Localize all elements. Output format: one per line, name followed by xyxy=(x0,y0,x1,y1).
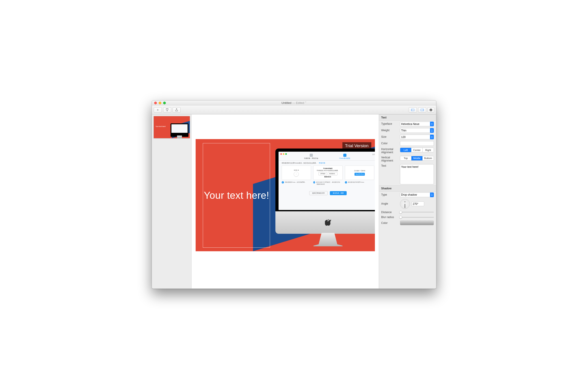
maximize-icon[interactable] xyxy=(163,102,166,104)
shadow-type-select[interactable]: Drop shadow ▲▼ xyxy=(400,193,434,197)
section-shadow: Shadow xyxy=(379,185,436,192)
svg-rect-1 xyxy=(411,109,412,111)
slide-thumbnail[interactable]: Your text here! xyxy=(153,116,190,138)
close-icon[interactable] xyxy=(154,102,157,104)
size-select[interactable]: ▲▼ xyxy=(400,135,434,139)
chevron-updown-icon: ▲▼ xyxy=(430,135,434,139)
app-window: Untitled — Edited ˅ ＋ i xyxy=(152,100,436,289)
inspector-panel: Text Typeface Helvetica Neue ▲▼ Weight T… xyxy=(379,114,436,289)
app-card-3: 正在备份 ""示例"的 "ding"的 iPhon xyxy=(345,165,374,180)
panel-right-icon xyxy=(420,108,424,111)
add-button[interactable]: ＋ xyxy=(154,107,162,113)
share-icon xyxy=(175,108,178,111)
title-text: Untitled xyxy=(281,101,291,104)
traffic-lights xyxy=(154,102,166,104)
titlebar: Untitled — Edited ˅ xyxy=(152,100,436,105)
plus-icon: ＋ xyxy=(156,108,159,112)
canvas-area: Trial Version Your text here! 扫描设备，即刻开始 … xyxy=(192,114,379,289)
blur-slider[interactable] xyxy=(400,217,434,218)
distance-slider[interactable] xyxy=(400,212,434,212)
info-button[interactable]: i xyxy=(427,107,434,113)
minimize-icon[interactable] xyxy=(159,102,161,104)
section-text: Text xyxy=(379,114,436,121)
angle-dial[interactable] xyxy=(400,199,410,209)
app-tab-itunes: iTunes备份提取 xyxy=(335,154,355,160)
app-card-2: 手动备份和恢复 手动将您的 iPhone 备份到这台电脑。 立即备份恢复备份..… xyxy=(313,165,343,180)
text-element[interactable]: Your text here! xyxy=(203,143,270,248)
embedded-app: 扫描设备，即刻开始 iTunes备份提取 关闭 获取微信请先使用iTunes备份… xyxy=(279,152,375,210)
export-icon xyxy=(166,108,169,111)
app-btn-refresh: 备份完成，刷新 xyxy=(330,191,347,195)
export-button[interactable] xyxy=(163,107,171,113)
angle-input[interactable] xyxy=(412,201,424,206)
window-title: Untitled — Edited ˅ xyxy=(152,101,436,104)
chevron-updown-icon: ▲▼ xyxy=(430,193,434,197)
slide-canvas[interactable]: Trial Version Your text here! 扫描设备，即刻开始 … xyxy=(196,139,375,251)
panel-right-button[interactable] xyxy=(418,107,426,113)
chevron-updown-icon: ▲▼ xyxy=(430,122,434,126)
text-content: Your text here! xyxy=(203,190,269,201)
weight-select[interactable]: Thin ▲▼ xyxy=(400,128,434,133)
apple-logo-icon xyxy=(325,219,331,226)
app-tab-scan: 扫描设备，即刻开始 xyxy=(301,154,321,160)
app-btn-choose: 选择已有备份文件 xyxy=(309,191,328,195)
typeface-select[interactable]: Helvetica Neue ▲▼ xyxy=(400,122,434,126)
chevron-updown-icon: ▲▼ xyxy=(430,128,434,133)
valign-segment[interactable]: Top Middle Bottom xyxy=(400,156,434,161)
toolbar: ＋ i xyxy=(152,105,436,114)
svg-rect-3 xyxy=(423,109,423,111)
chevron-down-icon[interactable]: ˅ xyxy=(305,101,307,104)
app-close-label: 关闭 xyxy=(372,154,375,156)
thumb-text: Your text here! xyxy=(156,126,166,127)
title-status: — Edited xyxy=(292,101,304,104)
panel-left-icon xyxy=(411,108,414,111)
app-card-1: ◂◂▶▸▸ ▫ xyxy=(282,165,311,180)
thumbnail-sidebar: Your text here! xyxy=(152,114,192,289)
imac-mockup: 扫描设备，即刻开始 iTunes备份提取 关闭 获取微信请先使用iTunes备份… xyxy=(275,149,375,246)
panel-left-button[interactable] xyxy=(409,107,417,113)
text-textarea[interactable]: Your text here! xyxy=(400,164,434,184)
info-icon: i xyxy=(429,108,432,111)
shadow-color-well[interactable] xyxy=(400,221,434,225)
share-button[interactable] xyxy=(172,107,181,113)
halign-segment[interactable]: Left Center Right xyxy=(400,148,434,152)
text-color-well[interactable] xyxy=(400,141,434,146)
